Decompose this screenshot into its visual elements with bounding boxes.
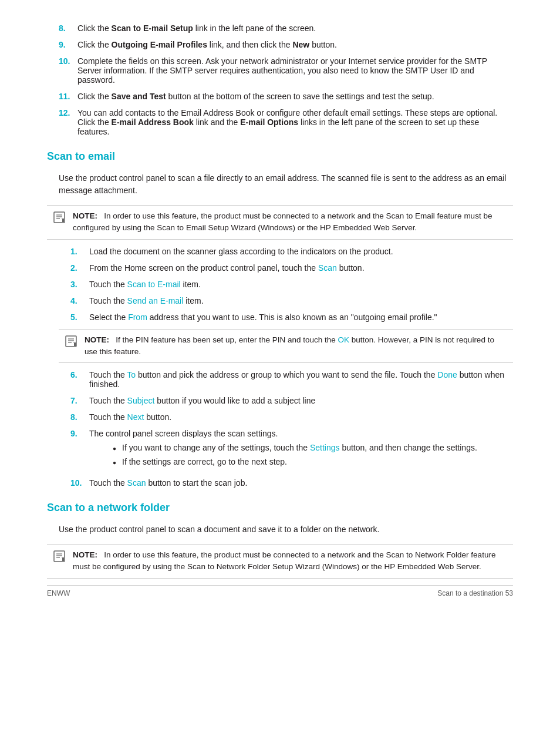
sub-item-1-text: If you want to change any of the setting… [122, 443, 477, 452]
scan-to-network-note: NOTE: In order to use this feature, the … [47, 544, 513, 579]
scan-step-6-content: Touch the To button and pick the address… [89, 370, 513, 389]
note1-label: NOTE: [73, 211, 97, 220]
scan-step-3: 3. Touch the Scan to E-mail item. [59, 280, 513, 289]
scan-step-5-num: 5. [70, 312, 89, 322]
note1-text: In order to use this feature, the produc… [73, 211, 492, 232]
item-12-num: 12. [59, 108, 77, 136]
scan-step-10-num: 10. [70, 478, 89, 488]
to-link: To [127, 370, 136, 379]
item-8-content: Click the Scan to E-mail Setup link in t… [77, 23, 513, 33]
scan-step-8: 8. Touch the Next button. [59, 412, 513, 422]
note3-icon [53, 550, 68, 566]
next-link: Next [127, 412, 144, 422]
scan-step-6: 6. Touch the To button and pick the addr… [59, 370, 513, 389]
note3-text: In order to use this feature, the produc… [73, 550, 495, 571]
scan-to-email-intro: Use the product control panel to scan a … [59, 172, 513, 197]
scan-step-4-num: 4. [70, 296, 89, 305]
scan-to-email-note1-content: NOTE: In order to use this feature, the … [73, 210, 507, 234]
scan-step-3-num: 3. [70, 280, 89, 289]
list-item-9: 9. Click the Outgoing E-mail Profiles li… [47, 40, 513, 49]
scan-step-2-num: 2. [70, 263, 89, 273]
scan-to-network-note-content: NOTE: In order to use this feature, the … [73, 549, 507, 573]
sub-item-2: If the settings are correct, go to the n… [101, 457, 513, 466]
sub-item-2-text: If the settings are correct, go to the n… [122, 457, 287, 466]
scan-step-6-num: 6. [70, 370, 89, 389]
item-8-link-text: Scan to E-mail Setup [112, 23, 193, 33]
scan-step-7-content: Touch the Subject button if you would li… [89, 396, 513, 405]
settings-link: Settings [310, 443, 340, 452]
subject-link: Subject [127, 396, 155, 405]
item-12-options-text: E-mail Options [240, 117, 298, 127]
scan-step-1-num: 1. [70, 247, 89, 256]
scan-step-8-num: 8. [70, 412, 89, 422]
note3-label: NOTE: [73, 550, 97, 559]
page-footer: ENWW Scan to a destination 53 [47, 585, 513, 597]
scan-step-7-num: 7. [70, 396, 89, 405]
scan-to-network-intro: Use the product control panel to scan a … [59, 523, 513, 536]
scan-step-8-content: Touch the Next button. [89, 412, 513, 422]
scan-step-9-subitems: If you want to change any of the setting… [101, 443, 513, 466]
sub-item-1: If you want to change any of the setting… [101, 443, 513, 452]
from-link: From [128, 312, 147, 322]
scan-step-1: 1. Load the document on the scanner glas… [59, 247, 513, 256]
item-10-num: 10. [59, 56, 77, 85]
item-8-num: 8. [59, 23, 77, 33]
scan-to-network-heading: Scan to a network folder [47, 502, 513, 516]
scan-to-email-link: Scan to E-mail [127, 280, 181, 289]
scan-step-4: 4. Touch the Send an E-mail item. [59, 296, 513, 305]
scan-step-2-content: From the Home screen on the product cont… [89, 263, 513, 273]
item-11-link-text: Save and Test [112, 92, 166, 101]
scan-step-10-content: Touch the Scan button to start the scan … [89, 478, 513, 488]
scan-step-1-content: Load the document on the scanner glass a… [89, 247, 513, 256]
top-numbered-list: 8. Click the Scan to E-mail Setup link i… [47, 23, 513, 136]
note2-label: NOTE: [85, 335, 109, 344]
item-11-content: Click the Save and Test button at the bo… [77, 92, 513, 101]
scan-step-9-num: 9. [70, 429, 89, 471]
scan-to-email-heading: Scan to email [47, 150, 513, 165]
scan-email-steps-1-5: 1. Load the document on the scanner glas… [59, 247, 513, 322]
ok-link: OK [338, 335, 350, 344]
footer-right: Scan to a destination 53 [437, 589, 513, 597]
scan-step-10: 10. Touch the Scan button to start the s… [59, 478, 513, 488]
item-10-content: Complete the fields on this screen. Ask … [77, 56, 513, 85]
page: 8. Click the Scan to E-mail Setup link i… [0, 0, 560, 609]
scan-step-3-content: Touch the Scan to E-mail item. [89, 280, 513, 289]
item-9-new-text: New [292, 40, 309, 49]
scan-to-email-note2: NOTE: If the PIN feature has been set up… [59, 329, 513, 364]
done-link: Done [437, 370, 457, 379]
scan-step-4-content: Touch the Send an E-mail item. [89, 296, 513, 305]
scan-step-7: 7. Touch the Subject button if you would… [59, 396, 513, 405]
item-9-content: Click the Outgoing E-mail Profiles link,… [77, 40, 513, 49]
list-item-11: 11. Click the Save and Test button at th… [47, 92, 513, 101]
scan-link: Scan [318, 263, 337, 273]
item-9-num: 9. [59, 40, 77, 49]
scan-step-2: 2. From the Home screen on the product c… [59, 263, 513, 273]
scan-step-5-content: Select the From address that you want to… [89, 312, 513, 322]
scan-step-9: 9. The control panel screen displays the… [59, 429, 513, 471]
scan-email-steps-6-9: 6. Touch the To button and pick the addr… [59, 370, 513, 488]
item-12-content: You can add contacts to the Email Addres… [77, 108, 513, 136]
footer-left: ENWW [47, 589, 70, 597]
item-9-link-text: Outgoing E-mail Profiles [112, 40, 207, 49]
list-item-8: 8. Click the Scan to E-mail Setup link i… [47, 23, 513, 33]
send-email-link: Send an E-mail [127, 296, 184, 305]
note1-icon [53, 211, 68, 227]
list-item-10: 10. Complete the fields on this screen. … [47, 56, 513, 85]
scan-step-5: 5. Select the From address that you want… [59, 312, 513, 322]
scan-to-email-note1: NOTE: In order to use this feature, the … [47, 205, 513, 240]
scan-step-9-content: The control panel screen displays the sc… [89, 429, 513, 471]
note2-icon [65, 335, 80, 351]
item-12-book-text: E-mail Address Book [112, 117, 194, 127]
item-11-num: 11. [59, 92, 77, 101]
scan-start-link: Scan [127, 478, 146, 488]
scan-to-email-note2-content: NOTE: If the PIN feature has been set up… [85, 334, 507, 358]
list-item-12: 12. You can add contacts to the Email Ad… [47, 108, 513, 136]
